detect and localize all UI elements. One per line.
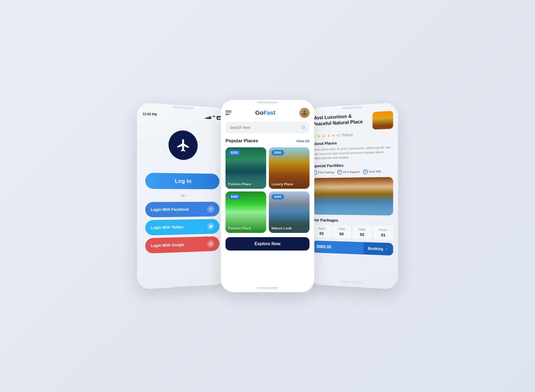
signal-icon: ▂▄▆ bbox=[205, 115, 211, 119]
facebook-login-button[interactable]: Login With Facebook f bbox=[145, 202, 219, 217]
detail-screen: Most Luxurious & Peaceful Natural Place … bbox=[308, 108, 398, 281]
detail-title: Most Luxurious & Peaceful Natural Place bbox=[312, 112, 370, 127]
wifi-label: Free Wifi bbox=[369, 170, 381, 173]
star-4: ★ bbox=[327, 133, 330, 138]
star-5: ★ bbox=[332, 133, 335, 138]
child-value: 00 bbox=[333, 231, 350, 236]
avatar[interactable] bbox=[299, 108, 309, 118]
night-label: Night bbox=[354, 228, 371, 231]
room-value: 01 bbox=[374, 232, 392, 237]
section-header: Popular Places View All bbox=[226, 138, 309, 144]
night-value: 02 bbox=[354, 232, 371, 237]
booking-price: $860.00 bbox=[312, 240, 364, 254]
place-label-1: Furious Place bbox=[228, 182, 251, 186]
price-badge-3: $450 bbox=[228, 194, 241, 199]
wifi-icon bbox=[212, 115, 216, 120]
package-child: Child 00 bbox=[332, 225, 351, 238]
place-card-1[interactable]: $250 Furious Place bbox=[226, 147, 266, 189]
booking-bar: $860.00 Booking → bbox=[312, 240, 393, 255]
twitter-btn-label: Login With Twitter bbox=[151, 225, 184, 230]
svg-point-0 bbox=[303, 110, 306, 113]
facilities-title: Special Facilities bbox=[312, 162, 393, 168]
support-icon: ⏰ bbox=[337, 170, 342, 174]
search-bar[interactable] bbox=[226, 122, 309, 133]
google-login-button[interactable]: Login With Google G bbox=[145, 236, 219, 253]
search-icon bbox=[301, 125, 305, 130]
place-card-4[interactable]: $400 Nature Look bbox=[269, 191, 309, 233]
places-grid: $250 Furious Place $300 Luxury Place $45… bbox=[226, 147, 309, 233]
phone-detail: Most Luxurious & Peaceful Natural Place … bbox=[308, 102, 398, 290]
app-header: GoFast bbox=[226, 105, 309, 122]
detail-header: Most Luxurious & Peaceful Natural Place bbox=[312, 108, 393, 134]
svg-line-2 bbox=[304, 128, 305, 129]
phone-login: 12:00 PM ▂▄▆ ■■ Log In - or - Login With… bbox=[137, 102, 227, 290]
pool-image bbox=[312, 177, 393, 216]
login-button[interactable]: Log In bbox=[145, 173, 219, 189]
logo-fast: Fast bbox=[263, 109, 276, 116]
adult-value: 02 bbox=[314, 231, 330, 236]
adult-label: Adult bbox=[314, 227, 330, 230]
booking-btn-label: Booking bbox=[368, 246, 383, 251]
parking-label: Free Parking bbox=[318, 171, 334, 174]
google-icon: G bbox=[207, 240, 215, 248]
twitter-login-button[interactable]: Login With Twitter bbox=[145, 219, 219, 236]
phones-container: 12:00 PM ▂▄▆ ■■ Log In - or - Login With… bbox=[138, 100, 397, 292]
package-adult: Adult 02 bbox=[312, 225, 331, 238]
view-all-button[interactable]: View All bbox=[296, 139, 309, 143]
hamburger-menu[interactable] bbox=[226, 111, 231, 115]
status-time: 12:00 PM bbox=[142, 112, 157, 116]
svg-point-1 bbox=[301, 125, 304, 128]
facebook-btn-label: Login With Facebook bbox=[151, 207, 189, 212]
room-label: Room bbox=[374, 228, 392, 232]
facebook-icon: f bbox=[207, 205, 215, 213]
twitter-icon bbox=[207, 223, 215, 230]
place-label-2: Luxury Place bbox=[272, 182, 293, 186]
google-btn-label: Login With Google bbox=[151, 243, 185, 248]
login-screen: Log In - or - Login With Facebook f Logi… bbox=[137, 117, 227, 288]
app-logo: GoFast bbox=[255, 109, 276, 116]
place-label-4: Nature Look bbox=[272, 226, 292, 230]
phone-top-bar bbox=[173, 106, 194, 110]
facilities-row: P Free Parking ⏰ 24 h Support Free Wifi bbox=[312, 169, 393, 175]
status-icons: ▂▄▆ ■■ bbox=[205, 115, 222, 120]
facility-wifi: Free Wifi bbox=[363, 169, 381, 174]
packages-grid: Adult 02 Child 00 Night 02 Room 01 bbox=[312, 225, 393, 240]
child-label: Child bbox=[333, 227, 350, 230]
section-title: Popular Places bbox=[226, 138, 258, 144]
price-badge-4: $400 bbox=[272, 194, 284, 199]
wifi-facility-icon bbox=[363, 169, 368, 174]
center-top-bar bbox=[257, 101, 278, 103]
star-2: ★ bbox=[317, 134, 320, 138]
place-card-3[interactable]: $450 Furious Place bbox=[226, 191, 266, 233]
search-input[interactable] bbox=[230, 125, 298, 130]
plane-icon-circle bbox=[169, 130, 198, 160]
package-night: Night 02 bbox=[353, 225, 372, 239]
about-title: About Places bbox=[312, 139, 393, 146]
phone-explore: GoFast Popular Places bbox=[221, 100, 314, 292]
right-bottom-bar bbox=[341, 280, 362, 284]
package-room: Room 01 bbox=[373, 226, 393, 240]
rating-text: 4.7 Ratings bbox=[337, 133, 353, 137]
detail-thumbnail bbox=[372, 111, 393, 130]
price-badge-1: $250 bbox=[228, 150, 241, 155]
star-3: ★ bbox=[322, 134, 325, 138]
explore-screen: GoFast Popular Places bbox=[221, 105, 314, 284]
facility-support: ⏰ 24 h Support bbox=[337, 169, 360, 174]
packages-title: Our Packages bbox=[312, 217, 393, 223]
arrow-icon: → bbox=[385, 247, 389, 251]
or-text: - or - bbox=[179, 193, 187, 198]
place-card-2[interactable]: $300 Luxury Place bbox=[269, 147, 309, 189]
explore-button[interactable]: Explore Now bbox=[226, 237, 309, 251]
plane-icon bbox=[176, 137, 190, 153]
booking-button[interactable]: Booking → bbox=[364, 242, 393, 255]
facility-parking: P Free Parking bbox=[312, 170, 334, 175]
place-label-3: Furious Place bbox=[228, 226, 251, 230]
price-badge-2: $300 bbox=[272, 150, 284, 155]
support-label: 24 h Support bbox=[343, 170, 360, 174]
right-top-bar bbox=[341, 106, 362, 110]
center-bottom-bar bbox=[257, 287, 278, 289]
about-text: Lorem ipsum dolor sit amet, consectetuer… bbox=[312, 145, 393, 160]
logo-go: Go bbox=[255, 109, 263, 116]
